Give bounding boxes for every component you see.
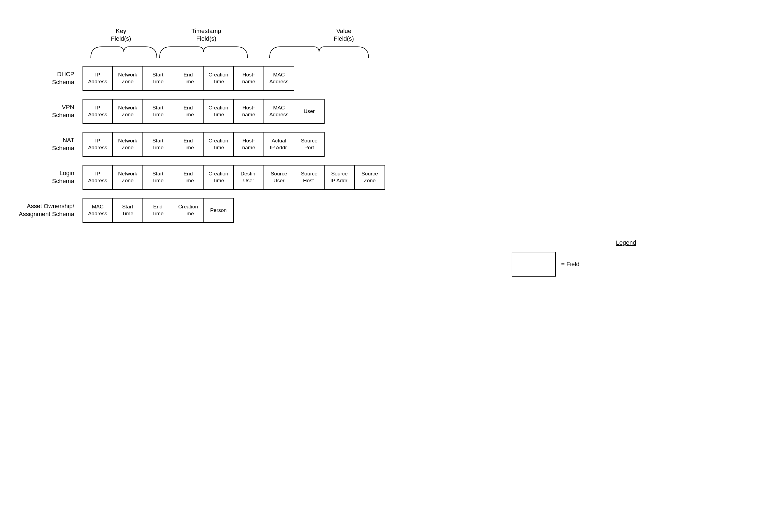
field-box-4-0: MAC Address [82,198,113,223]
brace-row [88,44,741,61]
field-box-3-4: Creation Time [203,165,234,190]
field-box-4-3: Creation Time [173,198,203,223]
field-box-4-4: Person [203,198,234,223]
field-box-3-3: End Time [173,165,203,190]
field-box-2-3: End Time [173,132,203,157]
value-fields-label: Value Field(s) [334,27,354,43]
field-box-4-2: End Time [143,198,173,223]
schema-label-2: NAT Schema [16,136,82,152]
field-box-0-2: Start Time [143,66,173,91]
field-box-0-4: Creation Time [203,66,234,91]
fields-container-3: IP AddressNetwork ZoneStart TimeEnd Time… [82,165,385,190]
field-box-3-7: Source Host. [294,165,324,190]
schema-row-3: Login SchemaIP AddressNetwork ZoneStart … [16,165,741,190]
key-fields-header: Key Field(s) [88,27,154,44]
field-box-0-6: MAC Address [264,66,294,91]
diagram-container: Key Field(s) Timestamp Field(s) Value Fi… [16,11,741,277]
schema-row-1: VPN SchemaIP AddressNetwork ZoneStart Ti… [16,99,741,124]
schema-row-0: DHCP SchemaIP AddressNetwork ZoneStart T… [16,66,741,91]
field-box-0-0: IP Address [82,66,113,91]
schemas-container: DHCP SchemaIP AddressNetwork ZoneStart T… [16,66,741,223]
schema-label-0: DHCP Schema [16,71,82,86]
field-box-3-9: Source Zone [355,165,385,190]
field-box-2-7: Source Port [294,132,324,157]
timestamp-fields-label: Timestamp Field(s) [192,27,221,43]
field-box-1-3: End Time [173,99,203,124]
value-fields-header: Value Field(s) [289,27,399,44]
legend-title: Legend [512,239,741,246]
field-box-2-1: Network Zone [113,132,143,157]
schema-label-3: Login Schema [16,169,82,185]
field-box-1-2: Start Time [143,99,173,124]
field-box-2-6: Actual IP Addr. [264,132,294,157]
legend-field-box [512,252,556,277]
fields-container-1: IP AddressNetwork ZoneStart TimeEnd Time… [82,99,324,124]
field-box-4-1: Start Time [113,198,143,223]
field-box-0-5: Host- name [234,66,264,91]
field-box-2-0: IP Address [82,132,113,157]
field-box-3-5: Destin. User [234,165,264,190]
field-box-2-2: Start Time [143,132,173,157]
key-fields-label: Key Field(s) [111,27,131,43]
field-box-1-0: IP Address [82,99,113,124]
legend-field-text: = Field [561,261,580,268]
fields-container-2: IP AddressNetwork ZoneStart TimeEnd Time… [82,132,324,157]
schema-row-2: NAT SchemaIP AddressNetwork ZoneStart Ti… [16,132,741,157]
field-box-1-7: User [294,99,324,124]
field-box-3-1: Network Zone [113,165,143,190]
fields-container-0: IP AddressNetwork ZoneStart TimeEnd Time… [82,66,294,91]
field-box-1-1: Network Zone [113,99,143,124]
field-box-2-5: Host- name [234,132,264,157]
field-box-1-6: MAC Address [264,99,294,124]
timestamp-fields-header: Timestamp Field(s) [157,27,256,44]
field-box-3-8: Source IP Addr. [324,165,355,190]
field-box-1-5: Host- name [234,99,264,124]
schema-label-1: VPN Schema [16,103,82,119]
field-box-1-4: Creation Time [203,99,234,124]
schema-row-4: Asset Ownership/ Assignment SchemaMAC Ad… [16,198,741,223]
field-box-3-2: Start Time [143,165,173,190]
schema-label-4: Asset Ownership/ Assignment Schema [16,202,82,218]
header-row: Key Field(s) Timestamp Field(s) Value Fi… [88,11,741,44]
legend-section: Legend = Field [512,239,741,277]
field-box-0-3: End Time [173,66,203,91]
field-box-0-1: Network Zone [113,66,143,91]
field-box-2-4: Creation Time [203,132,234,157]
legend-item: = Field [512,252,580,277]
field-box-3-6: Source User [264,165,294,190]
fields-container-4: MAC AddressStart TimeEnd TimeCreation Ti… [82,198,234,223]
field-box-3-0: IP Address [82,165,113,190]
brace-svg [88,44,418,61]
